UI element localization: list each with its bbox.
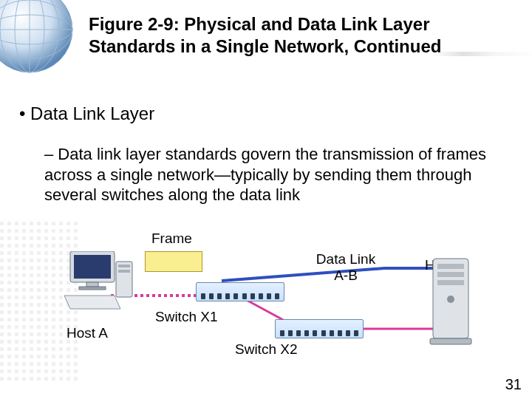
- svg-point-24: [447, 296, 454, 303]
- svg-rect-18: [118, 270, 130, 273]
- svg-rect-23: [437, 280, 464, 285]
- title-flare: [432, 52, 532, 56]
- svg-marker-19: [64, 296, 120, 309]
- host-b-icon: [427, 255, 479, 347]
- label-data-link-bottom: A-B: [334, 267, 358, 283]
- label-host-a: Host A: [66, 325, 108, 341]
- svg-point-0: [0, 0, 72, 72]
- frame-icon: [145, 251, 202, 272]
- switch-x1-icon: [196, 282, 284, 301]
- slide-title: Figure 2-9: Physical and Data Link Layer…: [89, 13, 502, 58]
- label-data-link-top: Data Link: [316, 251, 375, 267]
- page-number: 31: [505, 376, 522, 393]
- bullet-data-link-layer: Data Link Layer: [19, 103, 154, 124]
- svg-rect-22: [437, 272, 464, 277]
- host-a-icon: [63, 251, 137, 310]
- svg-rect-13: [74, 255, 111, 279]
- label-frame: Frame: [151, 231, 192, 247]
- svg-rect-17: [118, 265, 130, 267]
- svg-rect-21: [437, 264, 464, 269]
- sub-bullet-text: Data link layer standards govern the tra…: [44, 144, 488, 205]
- svg-rect-14: [86, 282, 98, 287]
- svg-rect-15: [79, 287, 106, 290]
- label-switch-x2: Switch X2: [235, 341, 297, 358]
- switch-x2-icon: [275, 319, 364, 338]
- svg-rect-25: [430, 338, 471, 344]
- network-diagram: Frame Data Link A-B Host B Host A Switch…: [0, 229, 532, 384]
- globe-decoration: [0, 0, 81, 81]
- label-switch-x1: Switch X1: [155, 309, 217, 325]
